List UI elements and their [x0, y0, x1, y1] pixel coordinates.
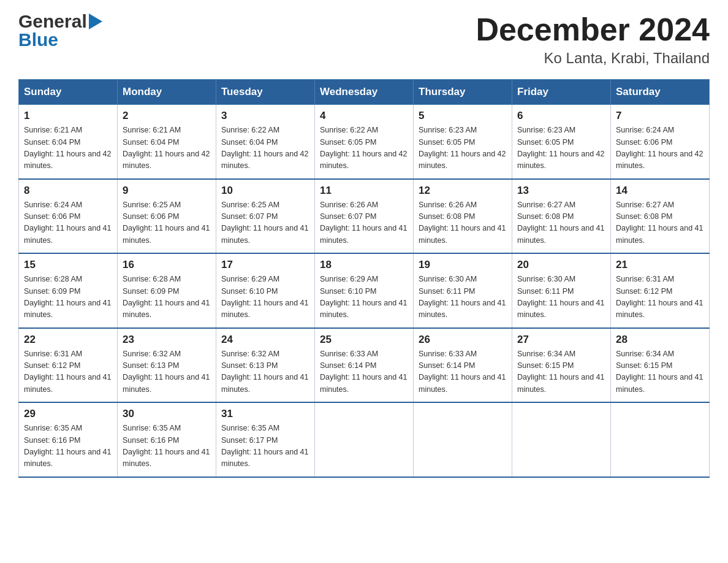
calendar-cell: 30Sunrise: 6:35 AMSunset: 6:16 PMDayligh…	[118, 402, 216, 477]
calendar-header-row: SundayMondayTuesdayWednesdayThursdayFrid…	[19, 80, 710, 105]
day-info: Sunrise: 6:28 AMSunset: 6:09 PMDaylight:…	[24, 274, 112, 321]
header-saturday: Saturday	[611, 80, 710, 105]
calendar-week-row: 22Sunrise: 6:31 AMSunset: 6:12 PMDayligh…	[19, 328, 710, 403]
calendar-cell: 22Sunrise: 6:31 AMSunset: 6:12 PMDayligh…	[19, 328, 118, 403]
calendar-cell: 29Sunrise: 6:35 AMSunset: 6:16 PMDayligh…	[19, 402, 118, 477]
day-number: 20	[517, 259, 605, 271]
calendar-cell: 24Sunrise: 6:32 AMSunset: 6:13 PMDayligh…	[216, 328, 315, 403]
calendar-cell: 8Sunrise: 6:24 AMSunset: 6:06 PMDaylight…	[19, 179, 118, 254]
day-info: Sunrise: 6:29 AMSunset: 6:10 PMDaylight:…	[221, 274, 309, 321]
day-number: 12	[419, 185, 507, 197]
calendar-cell: 23Sunrise: 6:32 AMSunset: 6:13 PMDayligh…	[118, 328, 216, 403]
day-info: Sunrise: 6:22 AMSunset: 6:04 PMDaylight:…	[221, 124, 309, 172]
day-info: Sunrise: 6:29 AMSunset: 6:10 PMDaylight:…	[320, 274, 408, 321]
day-number: 28	[616, 334, 704, 346]
day-number: 1	[24, 110, 112, 122]
calendar-cell: 31Sunrise: 6:35 AMSunset: 6:17 PMDayligh…	[216, 402, 315, 477]
day-info: Sunrise: 6:33 AMSunset: 6:14 PMDaylight:…	[320, 348, 408, 396]
day-number: 13	[517, 185, 605, 197]
day-info: Sunrise: 6:21 AMSunset: 6:04 PMDaylight:…	[24, 124, 112, 172]
day-number: 14	[616, 185, 704, 197]
day-number: 31	[221, 408, 309, 420]
header-wednesday: Wednesday	[315, 80, 414, 105]
day-number: 16	[123, 259, 211, 271]
calendar-cell	[414, 402, 512, 477]
day-info: Sunrise: 6:35 AMSunset: 6:16 PMDaylight:…	[123, 423, 211, 470]
day-info: Sunrise: 6:26 AMSunset: 6:07 PMDaylight:…	[320, 199, 408, 247]
calendar-week-row: 29Sunrise: 6:35 AMSunset: 6:16 PMDayligh…	[19, 402, 710, 477]
calendar-cell: 26Sunrise: 6:33 AMSunset: 6:14 PMDayligh…	[414, 328, 512, 403]
header-sunday: Sunday	[19, 80, 118, 105]
calendar-cell: 13Sunrise: 6:27 AMSunset: 6:08 PMDayligh…	[512, 179, 611, 254]
day-info: Sunrise: 6:35 AMSunset: 6:17 PMDaylight:…	[221, 423, 309, 470]
calendar-cell: 1Sunrise: 6:21 AMSunset: 6:04 PMDaylight…	[19, 105, 118, 179]
location-title: Ko Lanta, Krabi, Thailand	[476, 50, 710, 67]
day-number: 2	[123, 110, 211, 122]
day-number: 18	[320, 259, 408, 271]
month-title: December 2024	[476, 12, 710, 47]
day-number: 30	[123, 408, 211, 420]
svg-marker-0	[89, 13, 102, 29]
day-number: 11	[320, 185, 408, 197]
day-info: Sunrise: 6:32 AMSunset: 6:13 PMDaylight:…	[221, 348, 309, 396]
day-info: Sunrise: 6:24 AMSunset: 6:06 PMDaylight:…	[616, 124, 704, 172]
calendar-week-row: 15Sunrise: 6:28 AMSunset: 6:09 PMDayligh…	[19, 253, 710, 328]
day-number: 26	[419, 334, 507, 346]
day-info: Sunrise: 6:27 AMSunset: 6:08 PMDaylight:…	[616, 199, 704, 247]
title-section: December 2024 Ko Lanta, Krabi, Thailand	[476, 12, 710, 67]
calendar-week-row: 1Sunrise: 6:21 AMSunset: 6:04 PMDaylight…	[19, 105, 710, 179]
day-number: 4	[320, 110, 408, 122]
calendar-cell: 3Sunrise: 6:22 AMSunset: 6:04 PMDaylight…	[216, 105, 315, 179]
calendar-cell: 20Sunrise: 6:30 AMSunset: 6:11 PMDayligh…	[512, 253, 611, 328]
day-number: 19	[419, 259, 507, 271]
day-info: Sunrise: 6:27 AMSunset: 6:08 PMDaylight:…	[517, 199, 605, 247]
day-info: Sunrise: 6:21 AMSunset: 6:04 PMDaylight:…	[123, 124, 211, 172]
calendar-cell: 10Sunrise: 6:25 AMSunset: 6:07 PMDayligh…	[216, 179, 315, 254]
day-info: Sunrise: 6:28 AMSunset: 6:09 PMDaylight:…	[123, 274, 211, 321]
day-number: 7	[616, 110, 704, 122]
day-number: 15	[24, 259, 112, 271]
calendar-cell: 12Sunrise: 6:26 AMSunset: 6:08 PMDayligh…	[414, 179, 512, 254]
calendar-table: SundayMondayTuesdayWednesdayThursdayFrid…	[18, 79, 710, 478]
day-info: Sunrise: 6:25 AMSunset: 6:07 PMDaylight:…	[221, 199, 309, 247]
day-number: 3	[221, 110, 309, 122]
calendar-cell: 11Sunrise: 6:26 AMSunset: 6:07 PMDayligh…	[315, 179, 414, 254]
calendar-cell: 25Sunrise: 6:33 AMSunset: 6:14 PMDayligh…	[315, 328, 414, 403]
calendar-week-row: 8Sunrise: 6:24 AMSunset: 6:06 PMDaylight…	[19, 179, 710, 254]
calendar-cell	[512, 402, 611, 477]
day-info: Sunrise: 6:34 AMSunset: 6:15 PMDaylight:…	[517, 348, 605, 396]
calendar-cell: 4Sunrise: 6:22 AMSunset: 6:05 PMDaylight…	[315, 105, 414, 179]
calendar-cell: 2Sunrise: 6:21 AMSunset: 6:04 PMDaylight…	[118, 105, 216, 179]
logo-blue-text: Blue	[18, 31, 58, 49]
calendar-cell: 18Sunrise: 6:29 AMSunset: 6:10 PMDayligh…	[315, 253, 414, 328]
day-number: 27	[517, 334, 605, 346]
day-number: 5	[419, 110, 507, 122]
day-info: Sunrise: 6:32 AMSunset: 6:13 PMDaylight:…	[123, 348, 211, 396]
day-number: 29	[24, 408, 112, 420]
day-number: 25	[320, 334, 408, 346]
calendar-cell: 7Sunrise: 6:24 AMSunset: 6:06 PMDaylight…	[611, 105, 710, 179]
day-number: 17	[221, 259, 309, 271]
header-friday: Friday	[512, 80, 611, 105]
day-number: 22	[24, 334, 112, 346]
calendar-cell: 27Sunrise: 6:34 AMSunset: 6:15 PMDayligh…	[512, 328, 611, 403]
calendar-cell: 19Sunrise: 6:30 AMSunset: 6:11 PMDayligh…	[414, 253, 512, 328]
header-tuesday: Tuesday	[216, 80, 315, 105]
day-info: Sunrise: 6:23 AMSunset: 6:05 PMDaylight:…	[419, 124, 507, 172]
day-info: Sunrise: 6:33 AMSunset: 6:14 PMDaylight:…	[419, 348, 507, 396]
day-number: 24	[221, 334, 309, 346]
header-thursday: Thursday	[414, 80, 512, 105]
logo-arrow-icon	[89, 13, 102, 29]
day-info: Sunrise: 6:35 AMSunset: 6:16 PMDaylight:…	[24, 423, 112, 470]
calendar-cell: 17Sunrise: 6:29 AMSunset: 6:10 PMDayligh…	[216, 253, 315, 328]
day-number: 9	[123, 185, 211, 197]
day-info: Sunrise: 6:30 AMSunset: 6:11 PMDaylight:…	[517, 274, 605, 321]
logo: General Blue	[18, 12, 102, 49]
day-number: 23	[123, 334, 211, 346]
calendar-cell: 14Sunrise: 6:27 AMSunset: 6:08 PMDayligh…	[611, 179, 710, 254]
day-info: Sunrise: 6:24 AMSunset: 6:06 PMDaylight:…	[24, 199, 112, 247]
day-number: 8	[24, 185, 112, 197]
day-info: Sunrise: 6:22 AMSunset: 6:05 PMDaylight:…	[320, 124, 408, 172]
logo-general-text: General	[18, 12, 87, 31]
calendar-cell: 16Sunrise: 6:28 AMSunset: 6:09 PMDayligh…	[118, 253, 216, 328]
